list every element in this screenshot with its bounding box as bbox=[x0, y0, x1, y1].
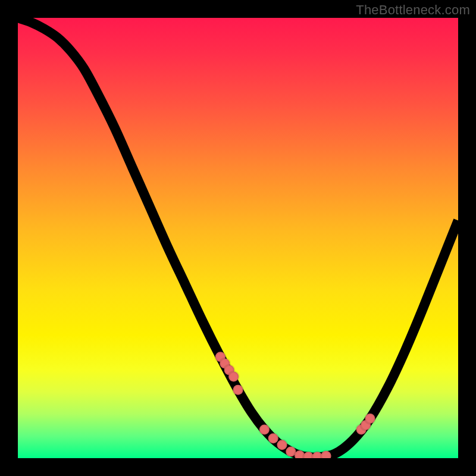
chart-marker bbox=[233, 385, 243, 395]
chart-marker bbox=[321, 451, 331, 458]
watermark-text: TheBottleneck.com bbox=[356, 2, 470, 18]
chart-marker bbox=[259, 424, 270, 434]
chart-svg bbox=[18, 18, 458, 458]
chart-plot-area bbox=[18, 18, 458, 458]
chart-marker bbox=[228, 372, 239, 382]
chart-marker bbox=[365, 414, 375, 424]
